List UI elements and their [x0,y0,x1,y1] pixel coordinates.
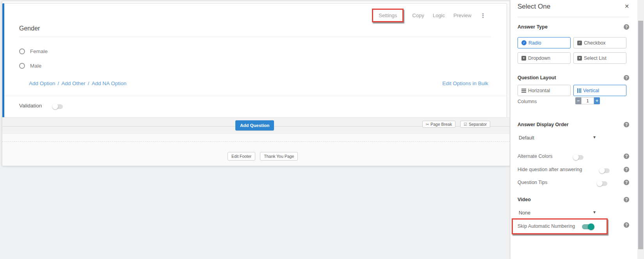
hide-question-label: Hide question after answering [518,167,582,172]
radio-button-icon[interactable] [19,63,25,69]
chevron-down-icon[interactable]: ▾ [593,134,596,140]
option-links: Add Option / Add Other / Add NA Option [29,80,126,86]
plus-button[interactable]: + [594,97,600,104]
horizontal-lines-icon [521,89,526,93]
question-tips-label: Question Tips [518,180,547,185]
edit-footer-button[interactable]: Edit Footer [228,152,255,161]
validation-toggle[interactable] [53,104,63,109]
question-tips-toggle[interactable] [597,181,607,186]
add-question-button[interactable]: Add Question [235,120,274,130]
skip-numbering-highlight-box: Skip Automatic Numbering [512,218,608,234]
separator-button[interactable]: ☑ Separator [460,121,490,128]
hide-question-help-icon[interactable]: ? [624,167,629,172]
answer-type-checkbox[interactable]: ✓ Checkbox [573,37,626,48]
question-layout-help-icon[interactable]: ? [624,75,629,80]
answer-type-option-label: Select List [584,55,607,61]
alternate-colors-help-icon[interactable]: ? [624,154,629,159]
answer-type-option-label: Checkbox [584,40,606,46]
option-row-male: Male [19,63,41,69]
scrollbar-track[interactable] [637,0,644,259]
more-options-icon[interactable]: ⋮ [480,12,486,19]
checkbox-icon: ✓ [577,41,582,45]
layout-option-label: Horizontal [528,88,550,93]
settings-highlight-box: Settings [372,9,404,22]
option-label[interactable]: Female [30,48,48,54]
page-break-button[interactable]: ✂ Page Break [422,121,455,128]
panel-divider [518,17,629,17]
link-separator: / [88,80,89,86]
minus-button[interactable]: − [575,97,581,104]
question-tips-help-icon[interactable]: ? [624,180,629,185]
alternate-colors-label: Alternate Colors [518,154,553,159]
page-break-icon: ✂ [426,122,429,127]
settings-button[interactable]: Settings [379,13,397,18]
link-separator: / [58,80,59,86]
columns-value[interactable]: 1 [581,97,594,104]
add-other-link[interactable]: Add Other [61,80,85,86]
skip-numbering-label: Skip Automatic Numbering [518,223,575,229]
question-title[interactable]: Gender [19,25,40,32]
answer-type-option-label: Radio [528,40,541,46]
separator-label: Separator [469,122,487,127]
question-toolbar: Settings Copy Logic Preview ⋮ [372,9,486,22]
strip-actions: ✂ Page Break ☑ Separator [422,121,490,128]
edit-options-in-bulk-link[interactable]: Edit Options in Bulk [442,80,488,86]
layout-option-label: Vertical [583,88,599,93]
page-break-label: Page Break [431,122,452,127]
separator-icon: ☑ [464,122,467,127]
layout-horizontal[interactable]: Horizontal [518,85,571,96]
dropdown-icon: ▾ [521,56,526,61]
preview-button[interactable]: Preview [454,13,471,18]
skip-numbering-toggle[interactable] [582,224,594,229]
skip-numbering-help-icon[interactable]: ? [624,222,629,228]
select-list-icon: ▾ [577,56,582,61]
panel-title: Select One [518,3,550,11]
answer-type-radio[interactable]: ✓ Radio [518,37,571,48]
radio-selected-icon: ✓ [521,40,527,45]
option-row-female: Female [19,48,48,54]
answer-display-order-select[interactable]: Default [519,135,534,141]
vertical-bars-icon [577,88,581,93]
thank-you-page-button[interactable]: Thank You Page [260,152,298,161]
question-settings-panel: Select One ✕ Answer Type ? ✓ Radio ✓ Che… [510,0,637,259]
video-label: Video [518,197,531,202]
close-icon[interactable]: ✕ [624,3,629,9]
columns-label: Columns [518,99,537,104]
question-card[interactable]: Settings Copy Logic Preview ⋮ Gender Fem… [2,3,507,118]
answer-display-order-help-icon[interactable]: ? [624,122,629,127]
footer-actions: Edit Footer Thank You Page [228,152,298,161]
answer-type-select-list[interactable]: ▾ Select List [573,52,626,64]
answer-type-help-icon[interactable]: ? [624,24,629,30]
option-label[interactable]: Male [30,63,41,69]
columns-stepper: − 1 + [575,97,600,104]
logic-button[interactable]: Logic [433,13,445,18]
alternate-colors-toggle[interactable] [573,155,584,160]
video-help-icon[interactable]: ? [624,197,629,202]
answer-type-option-label: Dropdown [528,55,550,61]
scrollbar-thumb[interactable] [638,21,643,249]
video-select[interactable]: None [519,210,530,216]
footer-dashed-divider [2,141,510,142]
chevron-down-icon[interactable]: ▾ [593,209,596,215]
answer-type-label: Answer Type [518,24,548,30]
survey-canvas: Settings Copy Logic Preview ⋮ Gender Fem… [2,1,510,166]
validation-label: Validation [19,103,42,109]
answer-type-dropdown[interactable]: ▾ Dropdown [518,52,571,64]
radio-button-icon[interactable] [19,48,25,54]
add-na-option-link[interactable]: Add NA Option [92,80,126,86]
hide-question-toggle[interactable] [600,168,610,173]
question-layout-label: Question Layout [518,75,556,80]
survey-builder-page: { "question": { "title": "Gender", "opti… [0,0,644,259]
copy-button[interactable]: Copy [412,13,424,18]
layout-vertical[interactable]: Vertical [573,85,626,96]
title-underline [19,37,491,37]
card-divider [4,96,507,96]
answer-display-order-label: Answer Display Order [518,122,569,127]
add-option-link[interactable]: Add Option [29,80,55,86]
